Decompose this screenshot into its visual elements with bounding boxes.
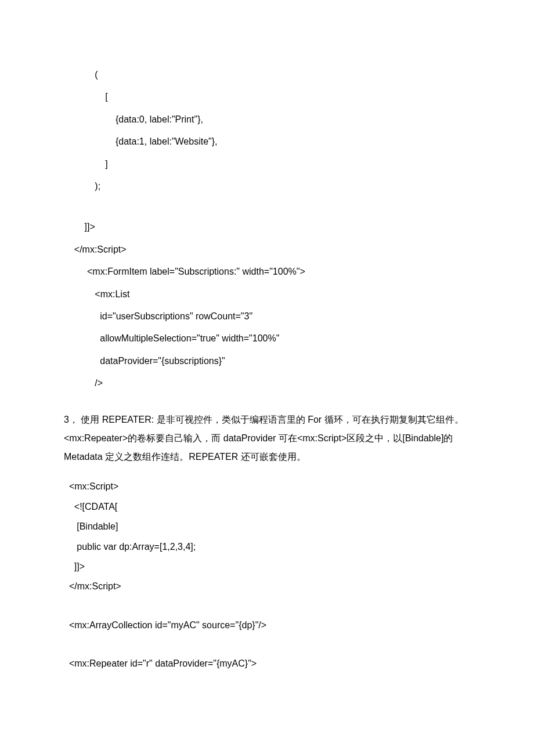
code-line: id="userSubscriptions" rowCount="3"	[64, 305, 470, 327]
code-line: {data:1, label:"Website"},	[64, 131, 470, 153]
code-line: allowMultipleSelection="true" width="100…	[64, 327, 470, 350]
code-block-1: ( [ {data:0, label:"Print"}, {data:1, la…	[64, 64, 470, 394]
blank-line	[64, 197, 470, 216]
code-line: <![CDATA[	[64, 497, 470, 517]
code-block-2: <mx:Script> <![CDATA[ [Bindable] public …	[64, 477, 470, 674]
code-line: <mx:FormItem label="Subscriptions:" widt…	[64, 261, 470, 283]
code-line: <mx:ArrayCollection id="myAC" source="{d…	[64, 615, 470, 635]
blank-line	[64, 635, 470, 654]
code-line: />	[64, 372, 470, 394]
code-line: public var dp:Array=[1,2,3,4];	[64, 537, 470, 557]
paragraph-repeater-description: 3， 使用 REPEATER: 是非可视控件，类似于编程语言里的 For 循环，…	[64, 411, 470, 466]
code-line: ]	[64, 153, 470, 175]
document-page: ( [ {data:0, label:"Print"}, {data:1, la…	[0, 0, 534, 738]
code-line: );	[64, 175, 470, 197]
code-line: <mx:List	[64, 283, 470, 305]
code-line: ]]>	[64, 557, 470, 577]
code-line: <mx:Script>	[64, 477, 470, 496]
code-line: </mx:Script>	[64, 239, 470, 261]
code-line: <mx:Repeater id="r" dataProvider="{myAC}…	[64, 654, 470, 674]
code-line: [	[64, 86, 470, 108]
blank-line	[64, 597, 470, 615]
code-line: (	[64, 64, 470, 86]
code-line: dataProvider="{subscriptions}"	[64, 350, 470, 372]
code-line: {data:0, label:"Print"},	[64, 109, 470, 131]
code-line: </mx:Script>	[64, 577, 470, 596]
code-line: ]]>	[64, 216, 470, 238]
code-line: [Bindable]	[64, 517, 470, 537]
